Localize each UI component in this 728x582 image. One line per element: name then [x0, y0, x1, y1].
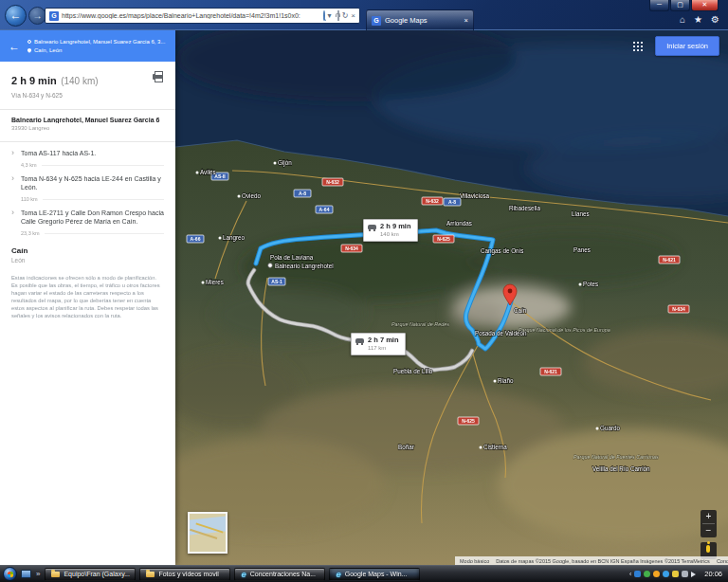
folder-icon — [51, 572, 60, 577]
show-desktop-icon[interactable] — [21, 570, 31, 578]
taskbar-button-ie-concentraciones[interactable]: e Concentraciones Na... — [234, 568, 325, 581]
direction-step[interactable]: › Toma LE-2711 y Calle Don Ramon Crespo … — [0, 202, 175, 236]
chevron-right-icon: › — [11, 174, 14, 202]
svg-text:Parque Nacional de los Picos d: Parque Nacional de los Picos de Europa — [519, 327, 610, 333]
svg-text:Pola de Laviana: Pola de Laviana — [270, 254, 314, 261]
stop-icon[interactable]: × — [351, 12, 355, 20]
tray-expand-icon[interactable]: ‹ — [629, 571, 631, 577]
svg-text:Ribadesella: Ribadesella — [509, 205, 540, 211]
internet-explorer-icon: e — [336, 570, 340, 578]
network-icon[interactable] — [682, 571, 688, 577]
via-roads: Vía N-634 y N-625 — [11, 92, 164, 99]
svg-text:Puebla de Lillo: Puebla de Lillo — [393, 368, 433, 374]
step-text: Toma AS-117 hacia AS-1. — [21, 149, 164, 157]
route-duration: 2 h 9 min — [380, 223, 411, 230]
taskbar-clock[interactable]: 20:06 — [701, 570, 722, 578]
svg-text:Cistierna: Cistierna — [483, 444, 507, 450]
signin-button[interactable]: Iniciar sesión — [655, 36, 719, 56]
route-summary: 2 h 9 min (140 km) Vía N-634 y N-625 — [0, 62, 175, 103]
google-apps-grid-icon[interactable] — [633, 42, 643, 51]
svg-text:Llanes: Llanes — [572, 210, 590, 217]
tray-icon-3[interactable] — [653, 571, 660, 577]
svg-text:Villaviciosa: Villaviciosa — [460, 192, 490, 199]
terms-link[interactable]: Condiciones — [717, 558, 728, 564]
zoom-out-button[interactable]: − — [701, 524, 717, 537]
svg-text:Arriondas: Arriondas — [446, 220, 472, 227]
settings-gear-icon[interactable]: ⚙ — [711, 14, 719, 26]
svg-text:Cangas de Onís: Cangas de Onís — [481, 247, 524, 255]
svg-text:Parque Natural de Redes: Parque Natural de Redes — [391, 321, 449, 327]
taskbar-button-ie-google-maps[interactable]: e Google Maps - Win... — [329, 568, 420, 581]
back-arrow-icon[interactable]: ← — [9, 41, 20, 52]
tray-icon-4[interactable] — [663, 571, 669, 577]
svg-text:AS-II: AS-II — [214, 173, 226, 179]
quicklaunch-overflow-icon[interactable]: » — [35, 570, 41, 578]
folder-icon — [146, 572, 155, 577]
directions-disclaimer: Estas indicaciones se ofrecen sólo a mod… — [11, 274, 164, 319]
svg-text:N-632: N-632 — [326, 179, 339, 185]
site-favicon: G — [49, 11, 59, 21]
svg-text:Gijón: Gijón — [278, 159, 292, 167]
car-icon — [368, 225, 376, 229]
window-maximize-button[interactable]: ▢ — [670, 0, 690, 11]
directions-header: ← Balneario Langrehotel, Manuel Suarez G… — [0, 30, 175, 62]
search-dropdown-icon[interactable]: ▾ — [328, 12, 332, 20]
search-icon[interactable] — [323, 10, 325, 21]
volume-icon[interactable] — [691, 572, 699, 577]
overview-minimap[interactable] — [188, 512, 228, 554]
origin-dot-icon — [27, 40, 31, 44]
window-minimize-button[interactable]: ─ — [649, 0, 669, 11]
svg-text:Oviedo: Oviedo — [242, 192, 261, 199]
step-distance: 4,3 km — [21, 162, 37, 168]
windows-taskbar: » Equipo\Fran (Galaxy... Fotos y videos … — [0, 565, 728, 582]
svg-text:N-632: N-632 — [426, 198, 439, 204]
taskbar-button-explorer-fotos[interactable]: Fotos y videos movil — [139, 568, 230, 581]
map-mode-link[interactable]: Modo básico — [460, 558, 489, 564]
destination-subtitle: León — [11, 257, 164, 264]
origin-block: Balneario Langrehotel, Manuel Suarez Gar… — [0, 110, 175, 136]
destination-pin-icon — [27, 47, 32, 53]
direction-step[interactable]: › Toma AS-117 hacia AS-1. 4,3 km — [0, 142, 175, 168]
svg-text:Potes: Potes — [583, 281, 598, 287]
chevron-right-icon: › — [11, 149, 14, 168]
map-canvas[interactable]: AS-II A-8 A-64 A-8 A-66 AS-1 N-632 N-632… — [175, 30, 728, 565]
svg-text:N-621: N-621 — [663, 257, 676, 263]
step-distance: 110 km — [21, 196, 38, 202]
tray-icon-1[interactable] — [634, 571, 641, 577]
zoom-in-button[interactable]: + — [701, 510, 717, 523]
origin-marker[interactable]: Balneario Langrehotel — [268, 263, 334, 270]
svg-text:Caín: Caín — [514, 307, 527, 314]
window-close-button[interactable]: ✕ — [691, 0, 719, 11]
favorites-star-icon[interactable]: ★ — [694, 14, 702, 26]
tray-icon-2[interactable] — [644, 571, 650, 577]
header-destination: Caín, León — [34, 46, 62, 55]
browser-tab[interactable]: G Google Maps × — [366, 9, 474, 30]
wireless-icon[interactable] — [672, 571, 679, 577]
home-icon[interactable]: ⌂ — [680, 14, 685, 26]
svg-text:A-66: A-66 — [191, 236, 201, 242]
direction-step[interactable]: › Toma N-634 y N-625 hacia LE-244 en Cas… — [0, 168, 175, 202]
start-button[interactable] — [3, 567, 17, 581]
tab-close-icon[interactable]: × — [464, 16, 468, 25]
svg-text:Riaño: Riaño — [498, 377, 514, 384]
header-origin: Balneario Langrehotel, Manuel Suarez Gar… — [34, 38, 165, 46]
road-shield: AS-1 — [268, 278, 285, 285]
road-shield: N-625 — [458, 417, 479, 425]
total-distance: (140 km) — [61, 76, 98, 86]
refresh-icon[interactable]: ↻ — [342, 12, 349, 20]
taskbar-button-explorer-equipo[interactable]: Equipo\Fran (Galaxy... — [45, 568, 136, 581]
map-attribution: Modo básico Datos de mapas ©2015 Google,… — [455, 556, 728, 565]
svg-text:Avilés: Avilés — [200, 169, 216, 175]
directions-panel: ← Balneario Langrehotel, Manuel Suarez G… — [0, 30, 175, 565]
car-icon — [355, 338, 364, 343]
route-badge-main[interactable]: 2 h 9 min 140 km — [363, 219, 418, 242]
print-icon[interactable] — [153, 74, 163, 80]
svg-text:N-625: N-625 — [462, 418, 475, 424]
svg-text:Boñar: Boñar — [398, 444, 414, 450]
browser-back-button[interactable]: ← — [5, 5, 27, 27]
address-bar[interactable]: G https://www.google.es/maps/place/Balne… — [45, 8, 360, 24]
url-text[interactable]: https://www.google.es/maps/place/Balnear… — [62, 12, 320, 19]
google-maps-page: AS-II A-8 A-64 A-8 A-66 AS-1 N-632 N-632… — [0, 30, 728, 565]
route-badge-alternative[interactable]: 2 h 7 min 117 km — [351, 333, 406, 355]
browser-chrome: ← → G https://www.google.es/maps/place/B… — [0, 0, 728, 30]
